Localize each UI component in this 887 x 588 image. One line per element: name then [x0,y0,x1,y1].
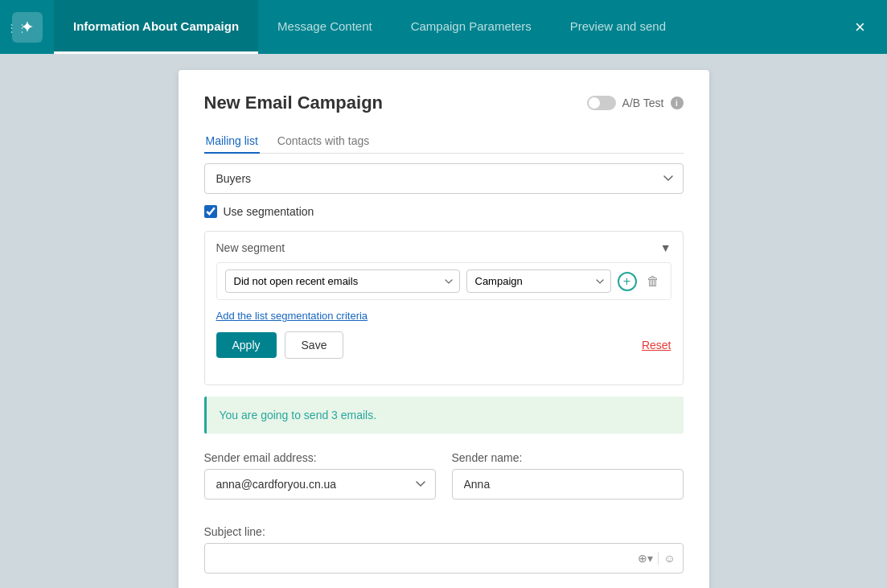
mailing-list-dropdown-wrapper: Buyers All subscribers VIP Customers [204,163,684,194]
segmentation-checkbox[interactable] [204,205,217,218]
header-logo: ⋮⋮ ✦ [0,12,54,43]
save-segment-button[interactable]: Save [285,331,344,359]
segment-name: New segment [216,241,285,254]
tab-campaign-parameters[interactable]: Campaign Parameters [392,0,551,54]
segment-action-row: Apply Save Reset [216,331,671,359]
segment-box: New segment ▼ Did not open recent emails… [204,231,684,385]
sender-name-label: Sender name: [452,451,684,464]
mailing-list-dropdown[interactable]: Buyers All subscribers VIP Customers [204,163,684,194]
criteria-icons: + 🗑 [618,272,663,291]
sender-fields-row: Sender email address: anna@cardforyou.cn… [204,451,684,511]
ab-test-switch[interactable] [587,96,616,110]
delete-criteria-button[interactable]: 🗑 [643,272,663,291]
mailing-type-tabs: Mailing list Contacts with tags [204,130,684,154]
subject-input-wrapper: ⊕▾ ☺ [204,543,684,574]
tab-preview-send[interactable]: Preview and send [551,0,685,54]
sender-email-dropdown[interactable]: anna@cardforyou.cn.ua [204,469,436,500]
subject-label: Subject line: [204,525,684,538]
subject-line-group: Subject line: ⊕▾ ☺ [204,525,684,574]
dots-icon: ⋮⋮ [6,21,27,33]
segmentation-label: Use segmentation [224,205,314,218]
criteria-row: Did not open recent emails Opened recent… [216,262,671,300]
card-header: A/B Test i New Email Campaign [204,93,684,130]
add-criteria-row-button[interactable]: + [618,272,637,291]
criteria-type-select[interactable]: Campaign Automation All [466,269,611,293]
subject-icon-divider [658,552,659,565]
ab-test-label: A/B Test [622,97,664,109]
sender-name-group: Sender name: [452,451,684,511]
emoji-icon[interactable]: ☺ [663,552,675,565]
sender-email-label: Sender email address: [204,451,436,464]
campaign-card: A/B Test i New Email Campaign Mailing li… [179,70,709,588]
nav-tabs: Information About Campaign Message Conte… [54,0,833,54]
ab-test-info-icon: i [671,97,684,109]
segmentation-checkbox-row: Use segmentation [204,205,684,218]
subject-input[interactable] [204,543,684,574]
tab-information[interactable]: Information About Campaign [54,0,258,54]
info-banner: You are going to send 3 emails. [204,397,684,434]
tab-mailing-list[interactable]: Mailing list [204,130,260,154]
sender-name-input[interactable] [452,469,684,500]
subject-icons: ⊕▾ ☺ [638,552,675,565]
ab-test-toggle[interactable]: A/B Test i [587,96,684,110]
info-banner-text: You are going to send 3 emails. [220,409,377,421]
close-button[interactable]: × [833,17,887,38]
criteria-condition-select[interactable]: Did not open recent emails Opened recent… [225,269,460,293]
personalization-icon[interactable]: ⊕▾ [638,552,653,565]
segment-header: New segment ▼ [216,241,671,254]
main-content: A/B Test i New Email Campaign Mailing li… [0,54,887,588]
header: ⋮⋮ ✦ Information About Campaign Message … [0,0,887,54]
sender-email-dropdown-wrapper: anna@cardforyou.cn.ua [204,469,436,500]
sender-email-group: Sender email address: anna@cardforyou.cn… [204,451,436,511]
segment-chevron-icon[interactable]: ▼ [660,241,671,254]
add-criteria-link[interactable]: Add the list segmentation criteria [216,310,368,322]
tab-contacts-tags[interactable]: Contacts with tags [276,130,371,154]
reset-button[interactable]: Reset [642,339,671,352]
tab-message-content[interactable]: Message Content [258,0,392,54]
apply-button[interactable]: Apply [216,332,277,358]
